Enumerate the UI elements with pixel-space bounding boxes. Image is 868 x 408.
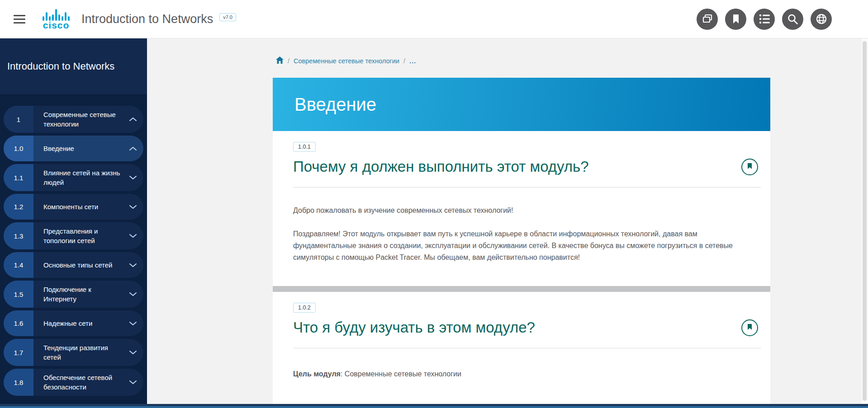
section-divider — [273, 286, 770, 292]
chevron-down-icon — [123, 310, 143, 336]
content-card: Введение 1.0.1 Почему я должен выполнить… — [273, 78, 770, 408]
item-label: Влияние сетей на жизнь людей — [33, 164, 123, 191]
section-heading: Почему я должен выполнить этот модуль? — [293, 158, 589, 175]
item-label: Введение — [33, 136, 123, 161]
sidebar-item-1[interactable]: 1 Современные сетевые технологии — [4, 106, 143, 133]
header-actions — [697, 9, 832, 30]
cisco-logo-text: cisco — [43, 21, 70, 30]
chevron-down-icon — [123, 281, 143, 308]
paragraph: Добро пожаловать в изучение современных … — [293, 205, 761, 216]
course-title: Introduction to Networks — [81, 12, 213, 26]
cisco-logo: cisco — [43, 9, 70, 30]
chevron-down-icon — [123, 339, 143, 366]
chevron-down-icon — [123, 222, 143, 249]
list-icon — [759, 14, 770, 24]
item-number: 1.1 — [4, 164, 33, 191]
chevron-down-icon — [123, 252, 143, 278]
sidebar-item-1-0[interactable]: 1.0 Введение — [4, 136, 143, 161]
item-number: 1.4 — [4, 252, 33, 278]
language-button[interactable] — [811, 9, 832, 30]
item-number: 1.2 — [4, 194, 33, 220]
chevron-up-icon — [123, 106, 143, 133]
vertical-scrollbar — [862, 38, 868, 408]
sidebar-item-1-6[interactable]: 1.6 Надежные сети — [4, 310, 143, 336]
section-number-badge: 1.0.1 — [293, 142, 316, 152]
search-button[interactable] — [782, 9, 803, 30]
item-label: Представления и топологии сетей — [33, 222, 123, 249]
section-1-0-1: 1.0.1 Почему я должен выполнить этот мод… — [273, 131, 770, 286]
chevron-down-icon — [123, 164, 143, 191]
item-label: Современные сетевые технологии — [33, 106, 123, 133]
module-goal: Цель модуля: Современные сетевые техноло… — [293, 368, 761, 380]
chevron-down-icon — [123, 369, 143, 396]
section-1-0-2: 1.0.2 Что я буду изучать в этом модуле? … — [273, 292, 770, 380]
bookmark-icon — [747, 324, 752, 332]
scrollbar-thumb[interactable] — [863, 41, 867, 401]
item-label: Основные типы сетей — [33, 252, 123, 278]
home-icon — [276, 58, 284, 65]
app-header: cisco Introduction to Networks v7.0 — [0, 0, 868, 38]
sidebar-item-1-3[interactable]: 1.3 Представления и топологии сетей — [4, 222, 143, 249]
item-label: Надежные сети — [33, 310, 123, 336]
item-number: 1.0 — [4, 136, 33, 161]
bookmarks-button[interactable] — [725, 9, 746, 30]
globe-icon — [816, 13, 827, 25]
item-label: Обеспечение сетевой безопасности — [33, 369, 123, 396]
version-badge: v7.0 — [219, 13, 236, 21]
bottom-bar — [0, 404, 868, 408]
sidebar-item-1-5[interactable]: 1.5 Подключение к Интернету — [4, 281, 143, 308]
bookmark-icon — [731, 14, 741, 24]
search-icon — [787, 14, 798, 25]
item-number: 1.5 — [4, 281, 33, 308]
chevron-down-icon — [123, 194, 143, 220]
course-sidebar: Introduction to Networks 1 Современные с… — [0, 38, 147, 408]
section-heading: Что я буду изучать в этом модуле? — [293, 319, 535, 336]
item-label: Тенденции развития сетей — [33, 339, 123, 366]
section-number-badge: 1.0.2 — [293, 303, 316, 313]
module-goal-value: : Современные сетевые технологии — [341, 370, 461, 378]
sidebar-item-1-7[interactable]: 1.7 Тенденции развития сетей — [4, 339, 143, 366]
breadcrumb-separator: / — [288, 57, 289, 65]
pages-icon — [702, 13, 713, 25]
item-number: 1.7 — [4, 339, 33, 366]
sidebar-item-1-4[interactable]: 1.4 Основные типы сетей — [4, 252, 143, 278]
hamburger-menu-icon[interactable] — [14, 13, 25, 26]
sidebar-item-1-2[interactable]: 1.2 Компоненты сети — [4, 194, 143, 220]
breadcrumb-module-link[interactable]: Современные сетевые технологии — [294, 57, 399, 65]
paragraph: Поздравляем! Этот модуль открывает вам п… — [293, 228, 761, 263]
cisco-logo-bars-icon — [43, 9, 70, 21]
main-content-area: / Современные сетевые технологии / ... В… — [147, 38, 862, 408]
sidebar-course-title: Introduction to Networks — [7, 61, 114, 72]
breadcrumb-ellipsis-link[interactable]: ... — [409, 57, 416, 65]
heading-divider — [293, 348, 761, 348]
item-number: 1 — [4, 106, 33, 133]
item-label: Подключение к Интернету — [33, 281, 123, 308]
breadcrumb-separator: / — [403, 57, 405, 65]
bookmark-icon — [747, 163, 752, 171]
home-link[interactable] — [276, 56, 284, 65]
banner-title: Введение — [294, 94, 376, 115]
sidebar-item-1-1[interactable]: 1.1 Влияние сетей на жизнь людей — [4, 164, 143, 191]
item-number: 1.3 — [4, 222, 33, 249]
module-banner: Введение — [273, 78, 770, 131]
module-nav: 1 Современные сетевые технологии 1.0 Вве… — [0, 95, 147, 396]
sidebar-item-1-8[interactable]: 1.8 Обеспечение сетевой безопасности — [4, 369, 143, 396]
sidebar-header: Introduction to Networks — [0, 38, 147, 95]
bookmark-section-button[interactable] — [741, 319, 758, 336]
bookmark-section-button[interactable] — [741, 159, 758, 175]
breadcrumb: / Современные сетевые технологии / ... — [276, 56, 416, 65]
item-label: Компоненты сети — [33, 194, 123, 220]
contents-button[interactable] — [754, 9, 775, 30]
item-number: 1.8 — [4, 369, 33, 396]
module-goal-label: Цель модуля — [293, 370, 341, 378]
heading-divider — [293, 187, 761, 188]
item-number: 1.6 — [4, 310, 33, 336]
chevron-up-icon — [123, 136, 143, 161]
pages-button[interactable] — [697, 9, 718, 30]
